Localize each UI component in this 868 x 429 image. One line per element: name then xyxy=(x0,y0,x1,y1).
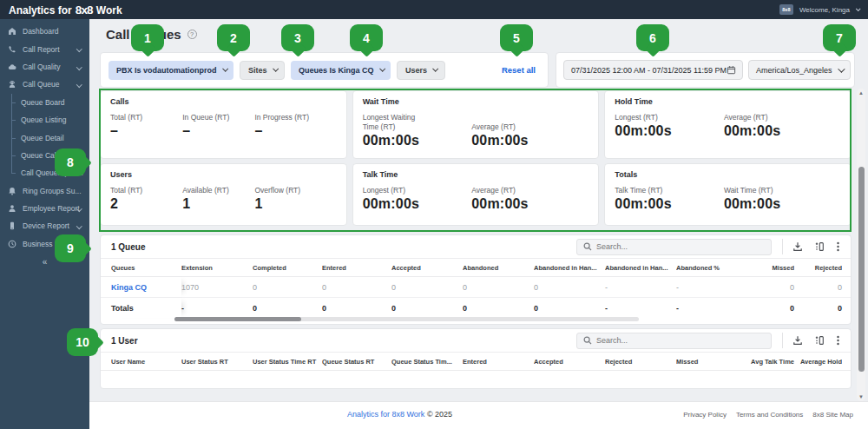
column-header-abandoned[interactable]: Abandoned xyxy=(463,264,534,272)
horizontal-scrollbar-thumb[interactable] xyxy=(174,317,301,321)
sidebar-item-label: Call Queues (Bet... xyxy=(21,168,83,177)
column-header-entered[interactable]: Entered xyxy=(322,264,391,272)
metric-label: Longest (RT) xyxy=(615,113,684,122)
queue-search[interactable] xyxy=(576,239,772,255)
column-header-user-name[interactable]: User Name xyxy=(111,358,181,366)
brand-suffix: Work xyxy=(96,4,122,16)
sidebar-item-business-hours[interactable]: Business Hours xyxy=(0,235,89,253)
column-header-rejected[interactable]: Rejected xyxy=(794,264,842,272)
sidebar-item-label: Queue Detail xyxy=(21,134,64,142)
column-header-extension[interactable]: Extension xyxy=(181,264,253,272)
column-header-completed[interactable]: Completed xyxy=(253,264,322,272)
row-cell: 0 xyxy=(534,283,605,292)
device-icon xyxy=(8,221,16,230)
sidebar-collapse-button[interactable]: « xyxy=(0,254,89,269)
sidebar-item-queue-detail[interactable]: Queue Detail xyxy=(0,129,89,146)
metric-value: – xyxy=(110,123,182,139)
timezone-select[interactable]: America/Los_Angeles xyxy=(748,60,851,80)
column-header-abandoned-in-han[interactable]: Abandoned in Han... xyxy=(534,264,605,272)
sidebar-nav: DashboardCall ReportCall QualityCall Que… xyxy=(0,23,89,253)
filter-chip-sites[interactable]: Sites xyxy=(240,61,285,80)
sidebar-item-queue-call-data[interactable]: Queue Call Data xyxy=(0,147,89,164)
reset-all-button[interactable]: Reset all xyxy=(502,65,536,75)
column-header-queue-status-tim[interactable]: Queue Status Tim... xyxy=(391,358,463,366)
column-header-missed[interactable]: Missed xyxy=(676,358,744,366)
column-header-missed[interactable]: Missed xyxy=(744,264,794,272)
filter-chip-users[interactable]: Users xyxy=(397,61,445,80)
totals-cell: 0 xyxy=(253,304,322,313)
user-search-input[interactable] xyxy=(596,336,765,345)
sidebar-item-call-queues-bet[interactable]: Call Queues (Bet... xyxy=(0,164,89,182)
row-cell: - xyxy=(676,283,744,292)
footer-app-link[interactable]: Analytics for 8x8 Work xyxy=(347,410,424,419)
column-header-average-hold[interactable]: Average Hold xyxy=(794,358,842,366)
metric-card-title: Wait Time xyxy=(363,97,590,106)
queue-search-input[interactable] xyxy=(596,242,765,251)
column-header-queue-status-rt[interactable]: Queue Status RT xyxy=(322,358,391,366)
user-search[interactable] xyxy=(576,333,772,349)
column-header-abandoned-in-han[interactable]: Abandoned in Han... xyxy=(605,264,676,272)
manage-columns-icon[interactable] xyxy=(814,241,825,252)
vertical-scrollbar[interactable]: ▲ ▼ xyxy=(857,89,865,401)
column-header-entered[interactable]: Entered xyxy=(463,358,534,366)
horizontal-scrollbar[interactable] xyxy=(174,317,639,321)
metric-value: 00m:00s xyxy=(724,196,833,212)
queue-icon xyxy=(8,80,16,89)
bell-icon xyxy=(8,187,16,195)
metric-talk-time-average-rt: Average (RT)00m:00s xyxy=(471,186,581,212)
filter-chip-label: Queues Is Kinga CQ xyxy=(299,66,374,75)
totals-cell: 0 xyxy=(744,304,794,313)
user-menu[interactable]: 8x8 Welcome, Kinga xyxy=(779,4,859,15)
filter-chip-pbx-is-vodautomationprod[interactable]: PBX Is vodautomationprod xyxy=(108,61,233,80)
row-name-cell[interactable]: Kinga CQ xyxy=(111,277,181,297)
metric-value: 00m:00s xyxy=(724,123,833,139)
sidebar-item-ring-groups-su[interactable]: Ring Groups Su... xyxy=(0,182,89,200)
sidebar-item-call-quality[interactable]: Call Quality xyxy=(0,58,89,76)
cloud-icon xyxy=(8,63,16,71)
download-icon[interactable] xyxy=(792,335,803,346)
help-icon[interactable]: ? xyxy=(187,30,197,39)
more-options-icon[interactable] xyxy=(836,241,840,252)
vertical-scrollbar-thumb[interactable] xyxy=(858,167,865,372)
column-header-avg-talk-time[interactable]: Avg Talk Time xyxy=(744,358,794,366)
sidebar-item-queue-listing[interactable]: Queue Listing xyxy=(0,111,89,129)
scroll-up-icon[interactable]: ▲ xyxy=(857,89,865,97)
sidebar-item-employee-report[interactable]: Employee Report xyxy=(0,200,89,217)
more-options-icon[interactable] xyxy=(836,335,840,346)
manage-columns-icon[interactable] xyxy=(814,335,825,346)
scroll-down-icon[interactable]: ▼ xyxy=(857,393,865,401)
footer-link-terms-and-conditions[interactable]: Terms and Conditions xyxy=(736,411,803,419)
sidebar-item-queue-board[interactable]: Queue Board xyxy=(0,94,89,111)
sidebar-item-label: Business Hours xyxy=(23,240,75,248)
metric-card-title: Users xyxy=(110,170,338,179)
clock-icon xyxy=(8,240,16,248)
totals-cell: 0 xyxy=(463,304,534,313)
sidebar-item-dashboard[interactable]: Dashboard xyxy=(0,23,89,40)
footer-link-privacy-policy[interactable]: Privacy Policy xyxy=(683,411,727,419)
metric-value: 1 xyxy=(182,196,254,212)
column-header-abandoned[interactable]: Abandoned % xyxy=(676,264,744,272)
sidebar-item-label: Device Report xyxy=(23,221,69,230)
phone-icon xyxy=(8,45,16,54)
date-range-picker[interactable]: 07/31/2025 12:00 AM - 07/31/2025 11:59 P… xyxy=(563,60,743,80)
search-icon xyxy=(583,336,592,345)
footer-link-8x8-site-map[interactable]: 8x8 Site Map xyxy=(812,411,853,419)
chevron-down-icon xyxy=(76,82,82,87)
sidebar-item-label: Queue Call Data xyxy=(21,151,76,160)
chevron-down-icon xyxy=(76,46,82,51)
column-header-user-status-rt[interactable]: User Status RT xyxy=(181,358,253,366)
column-header-rejected[interactable]: Rejected xyxy=(605,358,676,366)
divider xyxy=(782,239,783,254)
sidebar-item-call-queue[interactable]: Call Queue xyxy=(0,76,89,93)
filter-chip-queues-is-kinga-cq[interactable]: Queues Is Kinga CQ xyxy=(291,61,391,80)
download-icon[interactable] xyxy=(792,241,803,252)
metric-label: Longest Waiting Time (RT) xyxy=(363,113,432,132)
column-header-accepted[interactable]: Accepted xyxy=(391,264,463,272)
row-cell: 0 xyxy=(463,283,534,292)
column-header-queues[interactable]: Queues xyxy=(111,264,181,272)
column-header-accepted[interactable]: Accepted xyxy=(534,358,605,366)
metric-value: – xyxy=(254,123,326,139)
column-header-user-status-time-rt[interactable]: User Status Time RT xyxy=(253,358,322,366)
sidebar-item-call-report[interactable]: Call Report xyxy=(0,40,89,57)
sidebar-item-device-report[interactable]: Device Report xyxy=(0,217,89,234)
